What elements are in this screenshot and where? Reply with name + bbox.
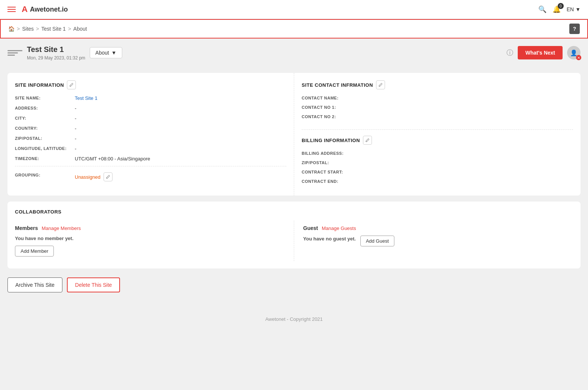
- city-row: CITY: -: [15, 116, 286, 121]
- site-contact-edit-button[interactable]: [376, 80, 385, 89]
- breadcrumb: 🏠 > Sites > Test Site 1 > About: [8, 26, 87, 32]
- about-dropdown[interactable]: About ▼: [90, 47, 122, 58]
- language-selector[interactable]: EN ▼: [567, 6, 581, 12]
- avatar-close-icon[interactable]: ✕: [576, 55, 581, 60]
- site-information-title: SITE INFORMATION: [15, 80, 286, 89]
- grouping-edit-button[interactable]: [104, 172, 113, 181]
- site-icon: [7, 44, 22, 62]
- site-information-edit-button[interactable]: [67, 80, 76, 89]
- logo-text: Awetonet.io: [30, 6, 68, 13]
- grouping-row: GROUPING: Unassigned: [15, 172, 286, 181]
- site-date: Mon, 29 May 2023, 01:32 pm: [27, 55, 85, 61]
- members-label: Members: [15, 225, 38, 231]
- contract-start-row: CONTRACT START:: [302, 169, 573, 174]
- info-card: SITE INFORMATION SITE NAME: Test Site 1 …: [7, 73, 581, 196]
- guests-empty: You have no guest yet.: [303, 236, 356, 242]
- logo: A Awetonet.io: [22, 4, 68, 14]
- timezone-value: UTC/GMT +08:00 - Asia/Singapore: [75, 156, 150, 162]
- site-name-row: SITE NAME: Test Site 1: [15, 95, 286, 101]
- billing-panel: BILLING INFORMATION BILLING ADDRESS: ZIP…: [302, 136, 573, 184]
- grouping-value: Unassigned: [75, 174, 101, 180]
- sep2: >: [36, 26, 39, 32]
- about-label: About: [95, 50, 109, 56]
- contact-no2-row: CONTACT NO 2:: [302, 114, 573, 119]
- breadcrumb-current: About: [73, 26, 87, 32]
- zip-row: ZIP/POSTAL: -: [15, 136, 286, 141]
- contract-end-row: CONTRACT END:: [302, 179, 573, 184]
- billing-title: BILLING INFORMATION: [302, 136, 573, 145]
- billing-address-row: BILLING ADDRESS:: [302, 151, 573, 156]
- contact-no1-row: CONTACT NO 1:: [302, 105, 573, 110]
- billing-zip-row: ZIP/POSTAL:: [302, 160, 573, 165]
- manage-guests-link[interactable]: Manage Guests: [322, 225, 356, 231]
- billing-edit-button[interactable]: [363, 136, 372, 145]
- guests-header: Guest Manage Guests: [303, 225, 573, 231]
- footer: Awetonet - Copyright 2021: [0, 309, 588, 329]
- notification-bell[interactable]: 🔔 0: [552, 5, 561, 13]
- collaborators-title: COLLABORATORS: [15, 209, 573, 215]
- site-contact-panel: SITE CONTACT INFRMATION CONTACT NAME: CO…: [302, 80, 573, 130]
- contact-name-row: CONTACT NAME:: [302, 95, 573, 100]
- country-value: -: [75, 126, 76, 131]
- city-value: -: [75, 116, 76, 121]
- lang-label: EN: [567, 6, 574, 12]
- help-button[interactable]: ?: [569, 24, 580, 34]
- archive-button[interactable]: Archive This Site: [7, 277, 62, 292]
- delete-button[interactable]: Delete This Site: [67, 277, 120, 292]
- sep3: >: [68, 26, 71, 32]
- add-guest-button[interactable]: Add Guest: [360, 236, 394, 246]
- longlat-row: LONGITUDE, LATITUDE: -: [15, 146, 286, 151]
- site-information-panel: SITE INFORMATION SITE NAME: Test Site 1 …: [7, 73, 294, 196]
- logo-icon: A: [22, 4, 28, 14]
- hamburger-menu[interactable]: [7, 7, 16, 12]
- home-icon[interactable]: 🏠: [8, 26, 15, 32]
- members-column: Members Manage Members You have no membe…: [15, 221, 294, 261]
- guests-empty-row: You have no guest yet. Add Guest: [303, 236, 573, 246]
- address-row: ADDRESS: -: [15, 105, 286, 111]
- page-header-left: Test Site 1 Mon, 29 May 2023, 01:32 pm A…: [7, 44, 122, 62]
- header-right: 🔍 🔔 0 EN ▼: [538, 5, 581, 13]
- manage-members-link[interactable]: Manage Members: [41, 225, 81, 231]
- breadcrumb-sites[interactable]: Sites: [22, 26, 34, 32]
- chevron-down-icon: ▼: [575, 6, 581, 12]
- main-content: SITE INFORMATION SITE NAME: Test Site 1 …: [0, 67, 588, 301]
- sep1: >: [17, 26, 20, 32]
- site-title: Test Site 1: [27, 45, 85, 54]
- members-header: Members Manage Members: [15, 225, 285, 231]
- dropdown-arrow-icon: ▼: [111, 50, 117, 56]
- right-panel: SITE CONTACT INFRMATION CONTACT NAME: CO…: [294, 73, 581, 196]
- collaborators-row: Members Manage Members You have no membe…: [15, 221, 573, 261]
- avatar-area: 👤 ✕: [567, 46, 581, 59]
- breadcrumb-bar: 🏠 > Sites > Test Site 1 > About ?: [0, 19, 588, 39]
- divider: [15, 166, 286, 166]
- header: A Awetonet.io 🔍 🔔 0 EN ▼: [0, 0, 588, 19]
- collaborators-card: COLLABORATORS Members Manage Members You…: [7, 202, 581, 268]
- bottom-actions: Archive This Site Delete This Site: [7, 274, 581, 295]
- search-icon[interactable]: 🔍: [538, 5, 547, 13]
- info-icon[interactable]: ⓘ: [507, 48, 513, 57]
- breadcrumb-site[interactable]: Test Site 1: [41, 26, 66, 32]
- site-title-block: Test Site 1 Mon, 29 May 2023, 01:32 pm: [27, 45, 85, 61]
- zip-value: -: [75, 136, 76, 141]
- site-contact-title: SITE CONTACT INFRMATION: [302, 80, 573, 89]
- header-left: A Awetonet.io: [7, 4, 68, 14]
- page-header: Test Site 1 Mon, 29 May 2023, 01:32 pm A…: [0, 39, 588, 67]
- add-member-button[interactable]: Add Member: [15, 246, 54, 257]
- longlat-value: -: [75, 146, 76, 151]
- page-header-right: ⓘ What's Next 👤 ✕: [507, 46, 581, 59]
- members-empty: You have no member yet.: [15, 236, 285, 241]
- footer-text: Awetonet - Copyright 2021: [265, 316, 323, 322]
- timezone-row: TIMEZONE: UTC/GMT +08:00 - Asia/Singapor…: [15, 156, 286, 162]
- site-name-value[interactable]: Test Site 1: [75, 95, 98, 101]
- whats-next-button[interactable]: What's Next: [518, 46, 563, 59]
- notification-count: 0: [558, 3, 564, 9]
- country-row: COUNTRY: -: [15, 126, 286, 131]
- guests-column: Guest Manage Guests You have no guest ye…: [294, 221, 573, 261]
- guest-label: Guest: [303, 225, 318, 231]
- address-value: -: [75, 105, 76, 111]
